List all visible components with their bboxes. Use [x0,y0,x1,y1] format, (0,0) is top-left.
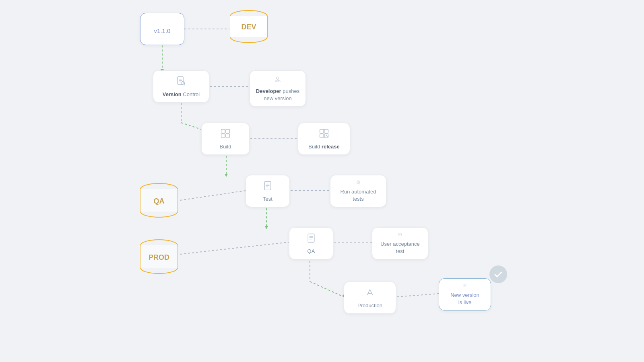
svg-rect-65 [399,233,402,236]
dev-cylinder: DEV [229,9,269,45]
uat-label: User acceptancetest [380,241,420,255]
version-control-node: Version Control [153,70,209,103]
build-release-icon [318,128,330,139]
run-tests-label: Run automatedtests [341,188,376,203]
version-control-label: Version Control [163,91,200,98]
qa-box-node: QA [289,227,333,259]
svg-rect-36 [226,134,230,138]
svg-rect-32 [277,80,279,82]
developer-label: Developer pushesnew version [256,88,299,102]
new-version-node: New versionis live [439,278,491,311]
uat-icon [394,232,407,237]
developer-node: Developer pushesnew version [250,70,306,107]
version-node: v1.1.0 [140,13,184,45]
svg-rect-38 [324,129,328,133]
production-label: Production [357,302,382,309]
prod-cylinder: PROD [139,237,179,278]
production-icon [363,287,376,298]
svg-rect-37 [320,129,324,133]
build-node: Build [201,123,250,155]
svg-rect-52 [357,181,360,183]
file-icon [175,76,188,87]
svg-rect-35 [221,134,225,138]
svg-line-30 [184,84,185,85]
build-label: Build [220,143,231,150]
svg-marker-9 [225,174,228,177]
build-icon [219,128,232,139]
version-label: v1.1.0 [154,27,171,35]
new-version-label: New versionis live [450,292,479,306]
svg-line-19 [397,294,439,297]
svg-rect-34 [226,129,230,133]
connector-lines [0,0,644,362]
test-node: Test [246,175,290,207]
qa-box-icon [305,232,318,244]
svg-line-42 [325,135,326,136]
svg-rect-61 [308,234,314,242]
diagram-container: v1.1.0 DEV Version Control [0,0,644,362]
svg-line-17 [310,282,344,297]
svg-point-31 [277,77,279,79]
build-release-label: Build release [308,143,339,150]
developer-icon [271,76,284,84]
build-release-node: Build release [298,123,350,155]
uat-node: User acceptancetest [372,227,428,259]
svg-rect-33 [221,129,225,133]
qa-box-label: QA [308,248,315,255]
run-tests-icon [352,180,365,184]
prod-db-label: PROD [149,253,169,262]
svg-line-14 [180,242,289,254]
svg-rect-48 [264,181,271,190]
qa-db-label: QA [154,197,165,206]
svg-rect-39 [320,134,324,138]
test-icon [261,180,274,191]
svg-rect-70 [464,284,466,287]
dev-label: DEV [241,23,256,31]
run-tests-node: Run automatedtests [330,175,386,207]
svg-marker-13 [265,226,268,229]
checkmark-badge [489,265,507,283]
test-label: Test [263,195,272,203]
svg-line-10 [180,191,246,200]
production-node: Production [344,282,396,314]
check-icon [493,269,503,279]
new-version-icon [458,284,471,288]
qa-cylinder: QA [139,181,179,221]
